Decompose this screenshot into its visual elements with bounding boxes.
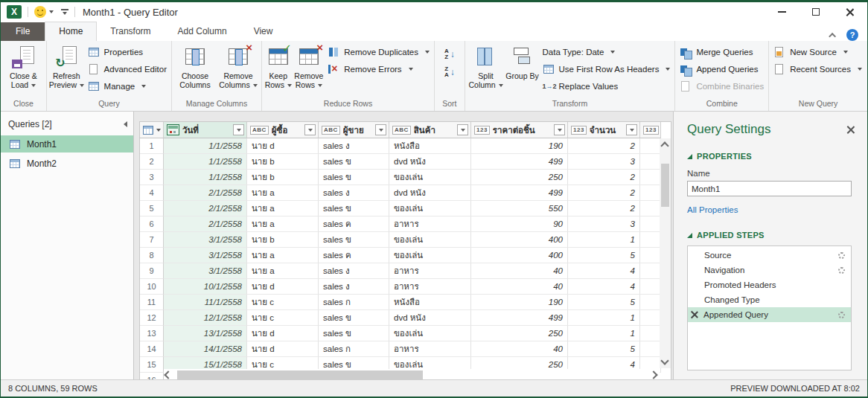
text-type-icon[interactable]: ABC <box>392 126 411 135</box>
date-type-icon[interactable] <box>167 124 179 135</box>
cell-quantity[interactable]: 5 <box>568 341 640 357</box>
cell-buyer[interactable]: นาย c <box>247 310 319 326</box>
grid-corner-menu[interactable] <box>140 122 164 138</box>
cell-seller[interactable]: sales ข <box>319 201 389 216</box>
remove-errors-button[interactable]: Remove Errors <box>328 62 430 77</box>
cell-product[interactable]: ของเล่น <box>389 201 471 216</box>
remove-rows-button[interactable]: × Remove Rows <box>293 43 325 98</box>
cell-price[interactable]: 400 <box>471 248 568 263</box>
close-button[interactable] <box>833 2 867 22</box>
cell-price[interactable]: 400 <box>471 232 568 248</box>
all-properties-link[interactable]: All Properties <box>687 205 738 214</box>
cell-price[interactable]: 40 <box>471 279 568 295</box>
scroll-right-icon[interactable] <box>649 370 657 379</box>
cell-product[interactable]: ของเล่น <box>389 232 471 248</box>
cell-price[interactable]: 550 <box>471 201 568 216</box>
scroll-down-icon[interactable] <box>660 356 668 365</box>
cell-seller[interactable]: sales ข <box>319 326 389 341</box>
vertical-scroll-thumb[interactable] <box>661 164 669 207</box>
cell-price[interactable]: 40 <box>471 341 568 357</box>
cell-quantity[interactable]: 3 <box>568 216 640 232</box>
cell-buyer[interactable]: นาย d <box>247 341 319 357</box>
cell-quantity[interactable]: 1 <box>568 232 640 248</box>
cell-buyer[interactable]: นาย a <box>247 216 319 232</box>
cell-quantity[interactable]: 2 <box>568 185 640 201</box>
cell-price[interactable]: 250 <box>471 326 568 341</box>
cell-date[interactable]: 11/1/2558 <box>164 295 247 310</box>
filter-dropdown-button[interactable] <box>457 124 468 135</box>
cell-clipped[interactable] <box>640 216 661 232</box>
vertical-scrollbar[interactable] <box>660 138 671 368</box>
cell-quantity[interactable]: 5 <box>568 248 640 263</box>
column-header-5[interactable]: 123ราคาต่อชิ้น <box>471 122 568 138</box>
cell-product[interactable]: หนังสือ <box>389 295 471 310</box>
cell-clipped[interactable] <box>640 154 661 170</box>
cell-buyer[interactable]: นาย d <box>247 279 319 295</box>
column-header-6[interactable]: 123จำนวน <box>568 122 640 138</box>
column-header-3[interactable]: ABCผู้ขาย <box>319 122 389 138</box>
cell-buyer[interactable]: นาย a <box>247 201 319 216</box>
cell-quantity[interactable]: 3 <box>568 154 640 170</box>
filter-dropdown-button[interactable] <box>375 124 386 135</box>
new-source-button[interactable]: New Source <box>773 45 862 60</box>
cell-clipped[interactable] <box>640 138 661 154</box>
quick-access-toolbar-icon[interactable] <box>61 9 68 16</box>
cell-clipped[interactable] <box>640 201 661 216</box>
merge-queries-button[interactable]: Merge Queries <box>680 45 764 60</box>
cell-buyer[interactable]: นาย b <box>247 170 319 185</box>
collapse-ribbon-icon[interactable] <box>829 32 836 39</box>
sort-ascending-button[interactable]: AZ ↓ <box>442 47 457 62</box>
cell-seller[interactable]: sales ง <box>319 279 389 295</box>
scroll-up-icon[interactable] <box>660 141 668 150</box>
properties-section-header[interactable]: PROPERTIES <box>687 152 867 161</box>
filter-dropdown-button[interactable] <box>233 124 244 135</box>
cell-price[interactable]: 40 <box>471 263 568 279</box>
cell-price[interactable]: 499 <box>471 154 568 170</box>
filter-dropdown-button[interactable] <box>304 124 316 135</box>
cell-seller[interactable]: sales ง <box>319 138 389 154</box>
maximize-button[interactable] <box>799 2 833 22</box>
cell-quantity[interactable]: 4 <box>568 279 640 295</box>
tab-file[interactable]: File <box>1 22 45 41</box>
properties-button[interactable]: Properties <box>88 45 167 60</box>
cell-buyer[interactable]: นาย d <box>247 138 319 154</box>
feedback-smiley-icon[interactable] <box>34 6 46 18</box>
cell-date[interactable]: 2/1/2558 <box>164 185 247 201</box>
cell-product[interactable]: อาหาร <box>389 216 471 232</box>
column-header-2[interactable]: ABCผู้ซื้อ <box>247 122 319 138</box>
cell-product[interactable]: dvd หนัง <box>389 154 471 170</box>
cell-seller[interactable]: sales ข <box>319 310 389 326</box>
cell-date[interactable]: 3/1/2558 <box>164 248 247 263</box>
advanced-editor-button[interactable]: Advanced Editor <box>88 62 167 77</box>
cell-date[interactable]: 10/1/2558 <box>164 279 247 295</box>
cell-clipped[interactable] <box>640 279 661 295</box>
text-type-icon[interactable]: ABC <box>322 126 340 135</box>
cell-clipped[interactable] <box>640 248 661 263</box>
use-first-row-as-headers-button[interactable]: Use First Row As Headers <box>543 62 671 77</box>
cell-product[interactable]: ของเล่น <box>389 248 471 263</box>
cell-quantity[interactable]: 2 <box>568 201 640 216</box>
cell-buyer[interactable]: นาย d <box>247 326 319 341</box>
filter-dropdown-button[interactable] <box>554 124 565 135</box>
close-settings-icon[interactable] <box>846 125 855 134</box>
column-header-4[interactable]: ABCสินค้า <box>389 122 471 138</box>
cell-quantity[interactable]: 1 <box>568 310 640 326</box>
column-header-1[interactable]: วันที่ <box>164 122 247 138</box>
cell-seller[interactable]: sales ก <box>319 341 389 357</box>
applied-step-item[interactable]: Appended Query <box>688 307 851 322</box>
cell-date[interactable]: 12/1/2558 <box>164 310 247 326</box>
recent-sources-button[interactable]: Recent Sources <box>773 62 862 77</box>
cell-buyer[interactable]: นาย c <box>247 295 319 310</box>
tab-home[interactable]: Home <box>45 22 97 41</box>
cell-quantity[interactable]: 4 <box>568 263 640 279</box>
cell-date[interactable]: 14/1/2558 <box>164 341 247 357</box>
tab-add-column[interactable]: Add Column <box>165 22 240 41</box>
cell-clipped[interactable] <box>640 232 661 248</box>
sort-descending-button[interactable]: ZA ↓ <box>442 65 457 80</box>
cell-date[interactable]: 2/1/2558 <box>164 201 247 216</box>
cell-seller[interactable]: sales ข <box>319 232 389 248</box>
cell-buyer[interactable]: นาย b <box>247 232 319 248</box>
cell-seller[interactable]: sales ค <box>319 248 389 263</box>
number-type-icon[interactable]: 123 <box>474 126 490 135</box>
scroll-left-icon[interactable] <box>164 370 172 379</box>
